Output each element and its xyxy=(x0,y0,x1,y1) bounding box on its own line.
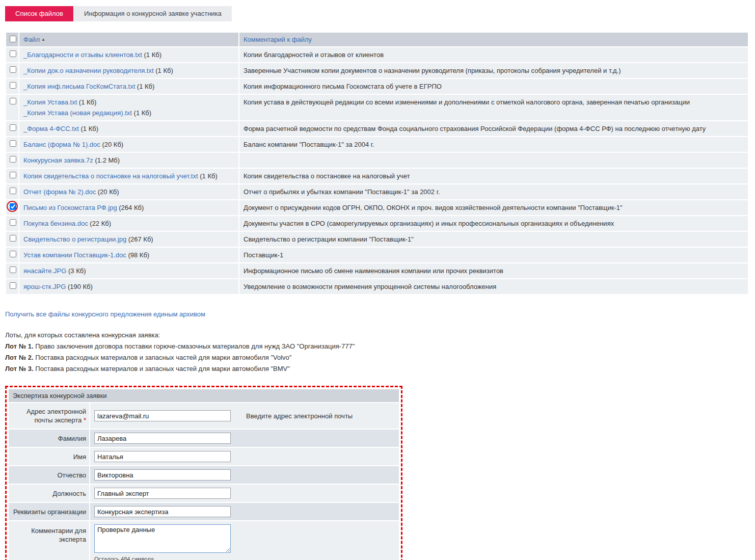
file-checkbox[interactable] xyxy=(10,98,16,104)
lot-number: Лот № 2. xyxy=(5,354,34,361)
file-checkbox[interactable] xyxy=(10,156,16,163)
file-checkbox[interactable] xyxy=(10,140,16,147)
row-checkbox-cell xyxy=(6,168,19,184)
file-size: (98 Кб) xyxy=(126,251,149,259)
email-field[interactable] xyxy=(94,410,231,421)
comment-cell: Отчет о прибылях и убытках компании "Пос… xyxy=(239,184,748,200)
file-checkbox[interactable] xyxy=(10,188,16,194)
comment-cell: Копия устава в действующей редакции со в… xyxy=(239,94,748,121)
file-link[interactable]: Отчет (форма № 2).doc xyxy=(23,188,96,196)
file-checkbox[interactable] xyxy=(10,50,16,57)
comment-cell: Поставщик-1 xyxy=(239,247,748,263)
file-link[interactable]: янасайте.JPG xyxy=(23,267,66,275)
comments-field[interactable]: Проверьте данные xyxy=(94,524,231,553)
tab-bid-info[interactable]: Информация о конкурсной заявке участника xyxy=(74,6,232,21)
patronymic-field[interactable] xyxy=(94,469,231,481)
table-row: Баланс (форма № 1).doc (20 Кб)Баланс ком… xyxy=(6,137,748,152)
file-line: _Копия Устава (новая редакция).txt (1 Кб… xyxy=(23,109,234,117)
row-checkbox-cell xyxy=(6,279,19,295)
comment-cell xyxy=(239,152,748,168)
page: Список файлов Информация о конкурсной за… xyxy=(0,0,755,560)
table-row: Копия свидетельства о постановке на нало… xyxy=(6,168,748,184)
file-checkbox[interactable] xyxy=(10,282,16,289)
file-checkbox[interactable] xyxy=(10,124,16,131)
comment-cell: Заверенные Участником копии документов о… xyxy=(239,63,748,78)
file-link[interactable]: Письмо из Госкомстата РФ.jpg xyxy=(23,204,117,211)
row-checkbox-cell xyxy=(6,63,19,78)
select-all-checkbox[interactable] xyxy=(10,36,16,42)
sort-by-file-link[interactable]: Файл xyxy=(23,36,40,43)
file-size: (20 Кб) xyxy=(100,141,123,148)
tab-file-list[interactable]: Список файлов xyxy=(5,6,73,21)
file-link[interactable]: ярош-стк.JPG xyxy=(23,283,66,290)
file-link[interactable]: _Форма 4-ФСС.txt xyxy=(23,125,79,132)
sort-by-comment-link[interactable]: Комментарий к файлу xyxy=(244,36,312,43)
lastname-field[interactable] xyxy=(94,433,231,444)
required-asterisk: * xyxy=(84,416,86,424)
file-checkbox[interactable] xyxy=(10,172,16,178)
file-size: (190 Кб) xyxy=(66,283,93,290)
expert-form-table: Экспертиза конкурсной заявки Адрес элект… xyxy=(8,388,400,560)
lastname-label: Фамилия xyxy=(8,429,90,447)
row-checkbox-cell xyxy=(6,47,19,63)
row-checkbox-cell xyxy=(6,231,19,247)
file-cell: _Копия Устава.txt (1 Кб)_Копия Устава (н… xyxy=(19,94,239,121)
org-details-field[interactable] xyxy=(94,506,231,517)
table-header-row: Файл▲ Комментарий к файлу xyxy=(6,32,748,47)
file-checkbox[interactable] xyxy=(10,219,16,226)
org-details-label: Реквизиты организации xyxy=(8,502,90,521)
file-link[interactable]: Баланс (форма № 1).doc xyxy=(23,141,100,148)
file-checkbox[interactable] xyxy=(10,82,16,89)
file-link[interactable]: _Копия Устава.txt xyxy=(23,98,77,106)
firstname-field[interactable] xyxy=(94,451,231,462)
file-size: (1 Кб) xyxy=(198,172,218,180)
files-table-body: _Благодарности и отзывы клиентов.txt (1 … xyxy=(6,47,748,295)
position-field[interactable] xyxy=(94,488,231,499)
form-row-email: Адрес электронной почты эксперта * Введи… xyxy=(8,403,399,429)
lot-text: Поставка расходных материалов и запасных… xyxy=(35,354,291,361)
file-link[interactable]: Копия свидетельства о постановке на нало… xyxy=(23,172,198,180)
file-link[interactable]: Покупка бензина.doc xyxy=(23,220,88,227)
file-checkbox[interactable] xyxy=(10,235,16,242)
file-link[interactable]: _Копия инф.письма ГосКомСтата.txt xyxy=(23,83,135,90)
file-link[interactable]: Устав компании Поставщик-1.doc xyxy=(23,251,126,259)
file-cell: _Благодарности и отзывы клиентов.txt (1 … xyxy=(19,47,239,63)
table-row: Письмо из Госкомстата РФ.jpg (264 Кб)Док… xyxy=(6,200,748,216)
file-checkbox[interactable] xyxy=(10,66,16,73)
file-cell: _Форма 4-ФСС.txt (1 Кб) xyxy=(19,121,239,137)
patronymic-label: Отчество xyxy=(8,466,90,484)
file-cell: _Копия инф.письма ГосКомСтата.txt (1 Кб) xyxy=(19,78,239,94)
header-file-column: Файл▲ xyxy=(19,32,239,47)
file-line: Устав компании Поставщик-1.doc (98 Кб) xyxy=(23,251,234,259)
file-size: (264 Кб) xyxy=(117,204,144,211)
row-checkbox-cell xyxy=(6,152,19,168)
table-row: Покупка бензина.doc (22 Кб)Документы уча… xyxy=(6,216,748,231)
comment-cell: Баланс компании "Поставщик-1" за 2004 г. xyxy=(239,137,748,152)
file-size: (267 Кб) xyxy=(126,235,153,243)
header-checkbox-cell xyxy=(6,32,19,47)
file-link[interactable]: Свидетельство о регистрации.jpg xyxy=(23,235,126,243)
file-size: (1 Кб) xyxy=(132,109,151,117)
file-size: (1 Кб) xyxy=(142,51,161,59)
file-line: _Копии док.о назначении руководителя.txt… xyxy=(23,66,234,75)
form-row-lastname: Фамилия xyxy=(8,429,399,447)
lots-intro: Лоты, для которых составлена конкурсная … xyxy=(5,330,750,341)
file-size: (3 Кб) xyxy=(66,267,86,275)
file-line: _Копия Устава.txt (1 Кб) xyxy=(23,98,234,106)
file-link[interactable]: _Копия Устава (новая редакция).txt xyxy=(23,109,132,117)
chars-remaining-counter: Осталось 484 символа xyxy=(94,556,395,560)
table-row: Отчет (форма № 2).doc (20 Кб)Отчет о при… xyxy=(6,184,748,200)
form-title-row: Экспертиза конкурсной заявки xyxy=(8,389,399,403)
comment-cell: Копия информационного письма Госкомстата… xyxy=(239,78,748,94)
file-link[interactable]: Конкурусная заявка.7z xyxy=(23,156,93,164)
table-row: ярош-стк.JPG (190 Кб)Уведомление о возмо… xyxy=(6,279,748,295)
comment-cell: Копии благодарностей и отзывов от клиент… xyxy=(239,47,748,63)
comment-cell: Свидетельство о регистрации компании "По… xyxy=(239,231,748,247)
file-link[interactable]: _Благодарности и отзывы клиентов.txt xyxy=(23,51,142,59)
download-all-archive-link[interactable]: Получить все файлы конкурсного предложен… xyxy=(5,310,205,318)
file-checkbox[interactable] xyxy=(10,251,16,257)
file-link[interactable]: _Копии док.о назначении руководителя.txt xyxy=(23,67,154,74)
comments-label: Комментарии для эксперта xyxy=(8,521,90,560)
file-checkbox[interactable] xyxy=(10,203,16,210)
file-checkbox[interactable] xyxy=(10,266,16,273)
